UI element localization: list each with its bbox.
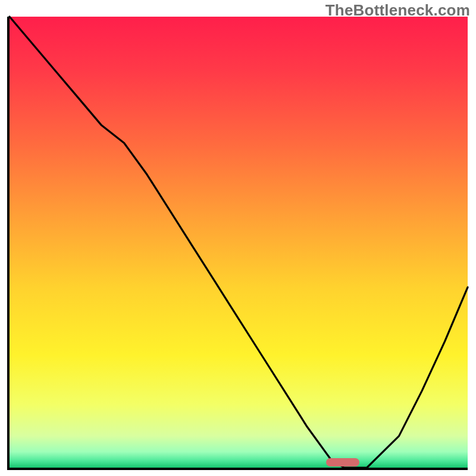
bottleneck-chart (0, 0, 476, 476)
optimal-range-marker (326, 458, 359, 466)
plot-background (10, 17, 468, 468)
plot-frame-bottom (7, 468, 468, 470)
plot-frame-left (7, 17, 10, 470)
chart-stage: TheBottleneck.com (0, 0, 476, 476)
